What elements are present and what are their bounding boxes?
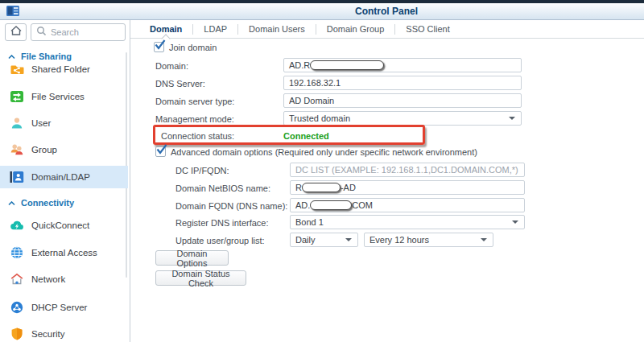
tab-ldap[interactable]: LDAP — [193, 20, 237, 39]
section-connectivity[interactable]: Connectivity — [8, 196, 74, 210]
check-icon — [155, 143, 168, 155]
join-domain-checkbox[interactable] — [154, 42, 164, 52]
fqdn-prefix: AD. — [295, 200, 310, 210]
netbios-label: Domain NetBIOS name: — [175, 181, 270, 196]
sidebar-item-user[interactable]: User — [0, 113, 128, 134]
tab-sso-client[interactable]: SSO Client — [395, 20, 460, 39]
sidebar-item-quickconnect[interactable]: QuickConnect — [0, 215, 128, 236]
sidebar-item-domain-ldap[interactable]: Domain/LDAP — [0, 166, 128, 188]
chevron-down-icon — [345, 238, 352, 241]
security-icon — [10, 327, 24, 341]
network-icon — [10, 272, 24, 286]
redaction-blob — [310, 60, 384, 70]
update-list-label: Update user/group list: — [175, 233, 265, 248]
shared-folder-icon — [10, 62, 24, 76]
dhcp-server-icon — [10, 300, 24, 315]
netbios-prefix: R — [295, 183, 302, 192]
fqdn-input[interactable]: AD.COM — [290, 198, 525, 212]
chevron-down-icon — [509, 117, 515, 120]
red-annotation-box — [153, 125, 425, 145]
update-interval-value: Every 12 hours — [369, 235, 429, 245]
advanced-options-checkbox[interactable] — [155, 146, 166, 157]
netbios-input[interactable]: R-AD — [290, 180, 525, 195]
dns-server-input[interactable] — [283, 76, 522, 90]
quickconnect-icon — [10, 218, 24, 233]
tab-bar: Domain LDAP Domain Users Domain Group SS… — [130, 20, 644, 39]
sidebar-item-external-access[interactable]: External Access — [0, 242, 128, 263]
update-frequency-select[interactable]: Daily — [290, 233, 358, 247]
tab-domain-users[interactable]: Domain Users — [238, 20, 316, 39]
dc-ip-input[interactable] — [290, 163, 525, 177]
register-dns-value: Bond 1 — [295, 217, 324, 227]
external-access-icon — [10, 245, 24, 260]
domain-server-type-input[interactable] — [283, 93, 522, 108]
sidebar: Search File Sharing Shared Folder File S… — [0, 20, 130, 342]
update-interval-select[interactable]: Every 12 hours — [364, 233, 493, 247]
management-mode-value: Trusted domain — [289, 113, 350, 123]
search-input[interactable]: Search — [31, 23, 126, 41]
dc-ip-label: DC IP/FQDN: — [175, 163, 229, 178]
sidebar-item-dhcp-server[interactable]: DHCP Server — [0, 297, 128, 318]
domain-ldap-icon — [10, 170, 24, 184]
advanced-options-label: Advanced domain options (Required only u… — [171, 146, 477, 159]
redaction-blob — [302, 183, 341, 192]
fqdn-suffix: COM — [352, 200, 373, 210]
chevron-up-icon — [8, 198, 15, 208]
netbios-suffix: -AD — [341, 183, 356, 192]
domain-server-type-label: Domain server type: — [155, 94, 234, 109]
control-panel-window: Control Panel Search File Sharing Shared… — [0, 0, 644, 342]
chevron-down-icon — [512, 220, 518, 224]
home-button[interactable] — [5, 23, 27, 41]
join-domain-label: Join domain — [169, 41, 217, 54]
home-icon — [10, 25, 23, 39]
domain-options-button[interactable]: Domain Options — [155, 250, 229, 266]
search-placeholder: Search — [51, 27, 79, 37]
search-icon — [36, 25, 47, 39]
update-frequency-value: Daily — [295, 235, 315, 245]
sidebar-item-shared-folder[interactable]: Shared Folder — [0, 59, 128, 80]
dns-server-label: DNS Server: — [155, 76, 205, 91]
group-icon — [10, 142, 24, 157]
check-icon — [154, 39, 167, 51]
tab-domain-group[interactable]: Domain Group — [316, 20, 395, 39]
user-icon — [10, 116, 24, 130]
register-dns-label: Register DNS interface: — [175, 216, 269, 230]
management-mode-select[interactable]: Trusted domain — [283, 111, 522, 126]
sidebar-item-file-services[interactable]: File Services — [0, 86, 128, 107]
file-services-icon — [10, 89, 24, 104]
window-title: Control Panel — [129, 3, 644, 20]
main-panel: Domain LDAP Domain Users Domain Group SS… — [130, 20, 644, 342]
window-titlebar[interactable]: Control Panel — [0, 3, 644, 20]
domain-label: Domain: — [155, 59, 188, 73]
sidebar-item-security[interactable]: Security — [0, 323, 128, 342]
register-dns-select[interactable]: Bond 1 — [290, 215, 525, 229]
redaction-blob — [310, 200, 352, 210]
domain-value: AD.R — [289, 60, 310, 70]
tab-domain[interactable]: Domain — [139, 20, 192, 39]
domain-input[interactable]: AD.R — [283, 58, 522, 72]
sidebar-item-network[interactable]: Network — [0, 269, 128, 290]
chevron-down-icon — [481, 238, 487, 241]
fqdn-label: Domain FQDN (DNS name): — [175, 199, 287, 213]
domain-status-check-button[interactable]: Domain Status Check — [155, 270, 246, 286]
sidebar-item-group[interactable]: Group — [0, 139, 128, 160]
control-panel-app-icon — [6, 5, 19, 19]
